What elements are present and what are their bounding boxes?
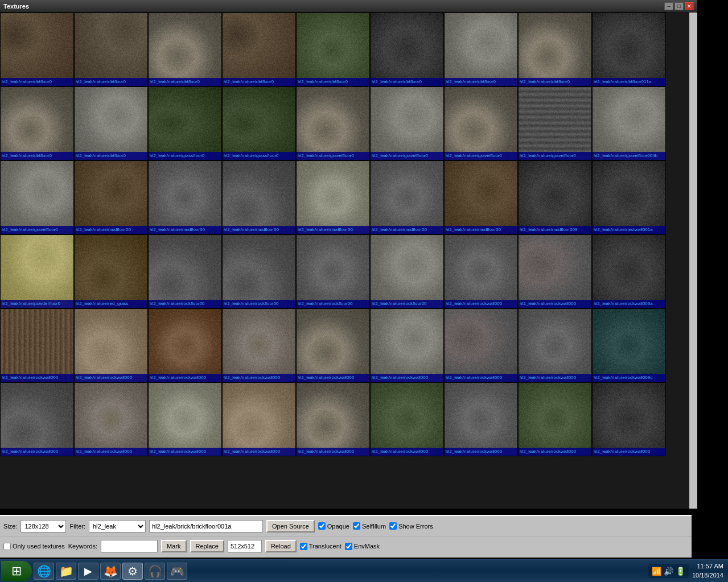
texture-cell[interactable]: hl2_leak/nature/rockwall000 <box>74 382 148 456</box>
texture-cell[interactable]: hl2_leak/nature/dirtfloor0 <box>0 13 74 86</box>
texture-cell[interactable]: hl2_leak/nature/dirtfloor0 <box>444 13 518 86</box>
texture-cell[interactable]: hl2_leak/nature/gravelfloor0 <box>370 86 444 160</box>
texture-cell[interactable]: hl2_leak/nature/dirtfloor0 <box>222 13 296 86</box>
texture-cell[interactable]: hl2_leak/nature/mudfloor00 <box>148 160 222 234</box>
texture-label: hl2_leak/nature/rockwall000 <box>75 448 147 456</box>
size-select[interactable]: 128x128 64x64 256x256 512x512 <box>20 520 66 533</box>
texture-cell[interactable]: hl2_leak/nature/rockwall000 <box>296 308 370 382</box>
texture-cell[interactable]: hl2_leak/nature/rockwall000 <box>148 382 222 456</box>
opaque-checkbox[interactable] <box>318 522 326 530</box>
taskbar-steam-icon[interactable]: ⚙ <box>122 563 143 580</box>
texture-label: hl2_leak/nature/mudfloor00 <box>223 226 295 234</box>
texture-cell[interactable]: hl2_leak/nature/rockwall000 <box>296 382 370 456</box>
minimize-button[interactable]: – <box>664 2 673 10</box>
texture-label: hl2_leak/nature/mudfloor009 <box>519 226 591 234</box>
texture-label: hl2_leak/nature/rockwall003a <box>593 300 665 308</box>
texture-cell[interactable]: hl2_leak/nature/rockwall000 <box>518 308 592 382</box>
opaque-checkbox-group: Opaque <box>318 522 349 530</box>
texture-cell[interactable]: hl2_leak/nature/dirtfloor0 <box>74 86 148 160</box>
texture-cell[interactable]: hl2_leak/nature/mudfloor009 <box>518 160 592 234</box>
texture-cell[interactable]: hl2_leak/nature/rockwall000 <box>444 382 518 456</box>
texture-cell[interactable]: hl2_leak/nature/rockwall000 <box>518 234 592 308</box>
texture-label: hl2_leak/nature/dirtfloor0 <box>371 78 443 86</box>
texture-cell[interactable]: hl2_leak/nature/rockwall000 <box>518 382 592 456</box>
open-source-button[interactable]: Open Source <box>266 520 315 533</box>
envmask-checkbox[interactable] <box>345 543 352 550</box>
selfillum-checkbox[interactable] <box>353 522 360 530</box>
texture-cell[interactable]: hl2_leak/nature/dirtfloor0 <box>148 13 222 86</box>
texture-cell[interactable]: hl2_leak/nature/rockwall000 <box>444 234 518 308</box>
texture-label: hl2_leak/nature/rockwall000 <box>445 300 517 308</box>
texture-cell[interactable]: hl2_leak/nature/rockwall000 <box>370 308 444 382</box>
texture-cell[interactable]: hl2_leak/nature/grassfloor0 <box>148 86 222 160</box>
texture-cell[interactable]: hl2_leak/nature/red_grass <box>74 234 148 308</box>
taskbar-headphones-icon[interactable]: 🎧 <box>145 563 165 580</box>
reload-button[interactable]: Reload <box>265 540 297 552</box>
texture-cell[interactable]: hl2_leak/nature/rockwall000 <box>0 308 74 382</box>
texture-label: hl2_leak/nature/gravelfloor0 <box>445 152 517 160</box>
taskbar-ie-icon[interactable]: 🌐 <box>34 563 54 580</box>
texture-cell[interactable]: hl2_leak/nature/dirtfloor0 <box>74 13 148 86</box>
taskbar-game-icon[interactable]: 🎮 <box>167 563 187 580</box>
toolbar-row1: Size: 128x128 64x64 256x256 512x512 Filt… <box>0 516 692 536</box>
texture-cell[interactable]: hl2_leak/nature/rockwall000 <box>222 308 296 382</box>
texture-cell[interactable]: hl2_leak/nature/rockfloor00 <box>148 234 222 308</box>
texture-cell[interactable]: hl2_leak/nature/dirtfloor0 <box>518 13 592 86</box>
start-button[interactable]: ⊞ <box>1 561 32 581</box>
texture-cell[interactable]: hl2_leak/nature/mudfloor00 <box>444 160 518 234</box>
texture-cell[interactable]: hl2_leak/nature/gravelfloor0 <box>444 86 518 160</box>
close-button[interactable]: ✕ <box>685 2 694 10</box>
translucent-checkbox[interactable] <box>300 543 307 550</box>
texture-cell[interactable]: hl2_leak/nature/mudfloor00 <box>74 160 148 234</box>
texture-cell[interactable]: hl2_leak/nature/rockwall009c <box>592 308 666 382</box>
show-errors-checkbox[interactable] <box>389 522 397 530</box>
texture-cell[interactable]: hl2_leak/nature/dirtfloor011a <box>592 13 666 86</box>
clock[interactable]: 11:57 AM 10/18/2014 <box>692 562 723 580</box>
maximize-button[interactable]: □ <box>674 2 684 10</box>
only-used-checkbox[interactable] <box>3 543 11 550</box>
texture-label: hl2_leak/nature/mudfloor00 <box>445 226 517 234</box>
texture-label: hl2_leak/nature/rockfloor00 <box>371 300 443 308</box>
texture-cell[interactable]: hl2_leak/nature/rockwall000 <box>148 308 222 382</box>
texture-label: hl2_leak/nature/mudfloor00 <box>371 226 443 234</box>
texture-cell[interactable]: hl2_leak/nature/rockfloor00 <box>296 234 370 308</box>
texture-cell[interactable]: hl2_leak/nature/gravelfloor0 <box>0 160 74 234</box>
texture-cell[interactable]: hl2_leak/nature/rockwall000 <box>74 308 148 382</box>
texture-cell[interactable]: hl2_leak/nature/mudfloor00 <box>222 160 296 234</box>
texture-scroll-area[interactable]: hl2_leak/nature/dirtfloor0hl2_leak/natur… <box>0 13 689 509</box>
texture-cell[interactable]: hl2_leak/nature/gravelfloor004b <box>592 86 666 160</box>
texture-cell[interactable]: hl2_leak/nature/rockwall000 <box>592 382 666 456</box>
texture-label: hl2_leak/nature/dirtfloor0 <box>75 78 147 86</box>
only-used-checkbox-group: Only used textures <box>3 543 65 550</box>
texture-cell[interactable]: hl2_leak/nature/mudfloor00 <box>370 160 444 234</box>
texture-label: hl2_leak/nature/gravelfloor004b <box>593 152 665 160</box>
show-errors-checkbox-group: Show Errors <box>389 522 433 530</box>
filter-select[interactable]: hl2_leak <box>89 520 146 533</box>
scrollbar-area[interactable] <box>689 13 697 509</box>
texture-cell[interactable]: hl2_leak/nature/nestwall001a <box>592 160 666 234</box>
taskbar-folder-icon[interactable]: 📁 <box>56 563 76 580</box>
texture-cell[interactable]: hl2_leak/nature/rockwall003a <box>592 234 666 308</box>
texture-cell[interactable]: hl2_leak/nature/dirtfloor0 <box>0 86 74 160</box>
taskbar-media-icon[interactable]: ▶ <box>78 563 98 580</box>
keywords-input[interactable] <box>101 540 158 552</box>
texture-cell[interactable]: hl2_leak/nature/powderfloor0 <box>0 234 74 308</box>
mark-button[interactable]: Mark <box>161 540 186 552</box>
texture-cell[interactable]: hl2_leak/nature/dirtfloor0 <box>370 13 444 86</box>
texture-cell[interactable]: hl2_leak/nature/mudfloor00 <box>296 160 370 234</box>
texture-label: hl2_leak/nature/dirtfloor0 <box>223 78 295 86</box>
texture-cell[interactable]: hl2_leak/nature/rockfloor00 <box>370 234 444 308</box>
taskbar-firefox-icon[interactable]: 🦊 <box>100 563 121 580</box>
texture-cell[interactable]: hl2_leak/nature/rockfloor00 <box>222 234 296 308</box>
texture-cell[interactable]: hl2_leak/nature/gravelfloor0 <box>518 86 592 160</box>
replace-button[interactable]: Replace <box>190 540 224 552</box>
texture-cell[interactable]: hl2_leak/nature/gravelfloor0 <box>296 86 370 160</box>
texture-cell[interactable]: hl2_leak/nature/rockwall000 <box>222 382 296 456</box>
texture-cell[interactable]: hl2_leak/nature/dirtfloor0 <box>296 13 370 86</box>
texture-label: hl2_leak/nature/mudfloor00 <box>149 226 221 234</box>
texture-cell[interactable]: hl2_leak/nature/grassfloor0 <box>222 86 296 160</box>
texture-cell[interactable]: hl2_leak/nature/rockwall000 <box>370 382 444 456</box>
texture-cell[interactable]: hl2_leak/nature/rockwall000 <box>0 382 74 456</box>
texture-cell[interactable]: hl2_leak/nature/rockwall000 <box>444 308 518 382</box>
texture-label: hl2_leak/nature/grassfloor0 <box>223 152 295 160</box>
